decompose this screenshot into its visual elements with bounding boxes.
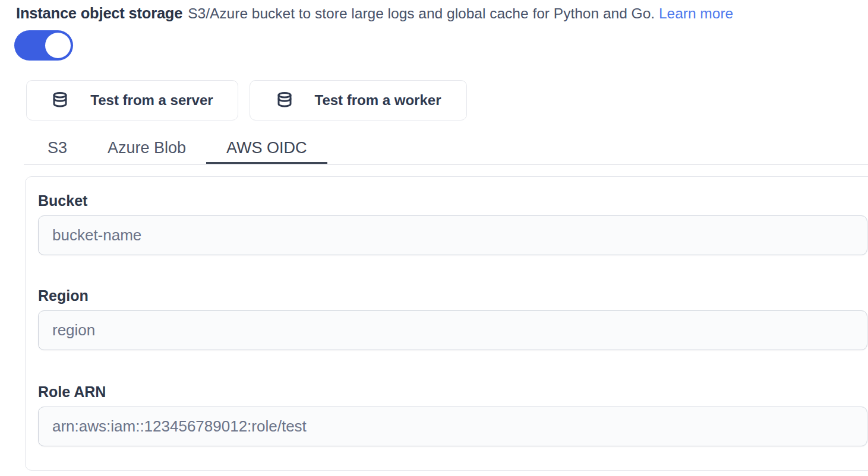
database-icon: [51, 91, 69, 109]
aws-oidc-config-panel: Bucket Region Role ARN: [25, 176, 868, 471]
toggle-knob: [45, 33, 71, 58]
tab-s3[interactable]: S3: [27, 131, 87, 165]
role-arn-field-group: Role ARN: [38, 382, 867, 446]
page-title: Instance object storage: [16, 5, 182, 21]
bucket-field-group: Bucket: [38, 191, 867, 255]
object-storage-toggle[interactable]: [14, 30, 73, 61]
tabs-divider: [24, 164, 868, 165]
region-label: Region: [38, 286, 867, 305]
role-arn-input[interactable]: [38, 407, 867, 446]
page-description: S3/Azure bucket to store large logs and …: [188, 5, 655, 21]
header: Instance object storageS3/Azure bucket t…: [16, 4, 733, 23]
tab-aws-oidc[interactable]: AWS OIDC: [206, 131, 327, 165]
bucket-label: Bucket: [38, 191, 867, 210]
region-field-group: Region: [38, 286, 867, 350]
role-arn-label: Role ARN: [38, 382, 867, 401]
database-icon: [276, 91, 293, 109]
region-input[interactable]: [38, 310, 867, 350]
tab-azure-blob[interactable]: Azure Blob: [87, 131, 206, 165]
storage-provider-tabs: S3 Azure Blob AWS OIDC: [27, 131, 327, 165]
test-from-worker-button[interactable]: Test from a worker: [250, 80, 467, 120]
learn-more-link[interactable]: Learn more: [659, 5, 733, 21]
test-from-server-label: Test from a server: [90, 92, 213, 109]
test-from-worker-label: Test from a worker: [315, 92, 441, 109]
test-from-server-button[interactable]: Test from a server: [26, 80, 238, 120]
bucket-input[interactable]: [38, 215, 867, 255]
